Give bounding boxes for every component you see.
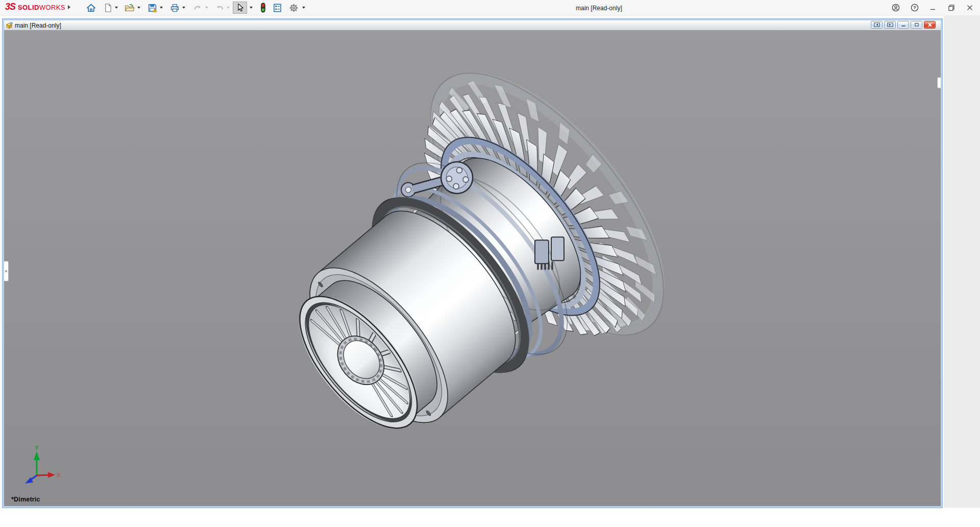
open-dropdown[interactable]: [137, 7, 140, 9]
task-pane-collapsed-tab[interactable]: [937, 77, 941, 88]
print-button[interactable]: [168, 2, 181, 14]
triad-y-arrow: [34, 451, 40, 460]
print-dropdown[interactable]: [182, 7, 185, 9]
logo-3s-mark: 3S: [5, 2, 15, 12]
document-window-controls: [871, 21, 936, 29]
document-title: main [Read-only]: [15, 22, 61, 29]
assembly-icon: [6, 22, 13, 29]
app-title-bar: 3S SOLID WORKS: [0, 0, 980, 16]
traffic-light-icon: [259, 3, 267, 13]
feature-tree-collapsed-tab[interactable]: [4, 261, 9, 281]
close-icon: [965, 3, 974, 12]
open-folder-icon: [125, 3, 135, 13]
svg-text:?: ?: [913, 5, 916, 10]
account-button[interactable]: [890, 2, 902, 13]
home-icon: [86, 3, 96, 13]
print-icon: [170, 3, 180, 13]
options-button[interactable]: [287, 2, 300, 14]
new-document-dropdown[interactable]: [115, 7, 118, 9]
undo-dropdown[interactable]: [205, 7, 208, 9]
doc-dock-left-button[interactable]: [871, 21, 883, 29]
graphics-viewport[interactable]: Y X *Dimetric: [4, 30, 941, 506]
solidworks-logo: 3S SOLID WORKS: [5, 2, 65, 12]
triad-y-label: Y: [35, 445, 39, 451]
document-title-bar[interactable]: main [Read-only]: [4, 20, 941, 31]
app-close-button[interactable]: [964, 2, 976, 13]
save-dropdown[interactable]: [160, 7, 163, 9]
app-window-title: main [Read-only]: [576, 5, 622, 12]
select-tool-dropdown[interactable]: [250, 7, 253, 9]
triad-x-label: X: [57, 472, 61, 478]
logo-brand-light: WORKS: [39, 4, 65, 11]
file-properties-button[interactable]: [271, 2, 283, 14]
redo-dropdown[interactable]: [227, 7, 230, 9]
account-icon: [891, 3, 900, 12]
3d-model-jet-engine: [4, 30, 941, 506]
doc-restore-button[interactable]: [911, 21, 922, 29]
task-pane-collapsed-area: [944, 15, 980, 508]
triad-x-arrow: [48, 472, 55, 478]
redo-button[interactable]: [213, 2, 226, 14]
doc-minimize-button[interactable]: [897, 21, 909, 29]
open-button[interactable]: [124, 2, 136, 14]
home-button[interactable]: [85, 2, 97, 14]
select-tool-button[interactable]: [233, 2, 247, 14]
new-document-icon: [103, 3, 113, 13]
orientation-triad: Y X: [15, 445, 64, 488]
new-document-button[interactable]: [102, 2, 114, 14]
doc-dock-right-button[interactable]: [884, 21, 896, 29]
help-button[interactable]: ?: [909, 2, 921, 13]
minimize-icon: [928, 3, 938, 12]
redo-icon: [215, 3, 225, 13]
performance-indicator-button[interactable]: [257, 2, 269, 14]
app-restore-button[interactable]: [945, 2, 958, 13]
document-window: main [Read-only]: [3, 19, 942, 508]
gear-icon: [289, 3, 299, 13]
doc-close-button[interactable]: [924, 21, 936, 29]
select-cursor-icon: [236, 3, 244, 12]
restore-icon: [947, 3, 956, 12]
undo-icon: [193, 3, 203, 13]
menu-flyout-arrow-icon[interactable]: [68, 5, 70, 9]
app-minimize-button[interactable]: [927, 2, 939, 13]
engine-assembly: [228, 35, 705, 506]
file-properties-icon: [273, 3, 282, 13]
options-dropdown[interactable]: [302, 7, 305, 9]
undo-button[interactable]: [191, 2, 204, 14]
save-button[interactable]: [146, 2, 158, 14]
logo-brand-bold: SOLID: [18, 4, 39, 11]
help-icon: ?: [910, 3, 919, 12]
save-icon: [148, 3, 157, 13]
view-orientation-label: *Dimetric: [11, 496, 40, 503]
